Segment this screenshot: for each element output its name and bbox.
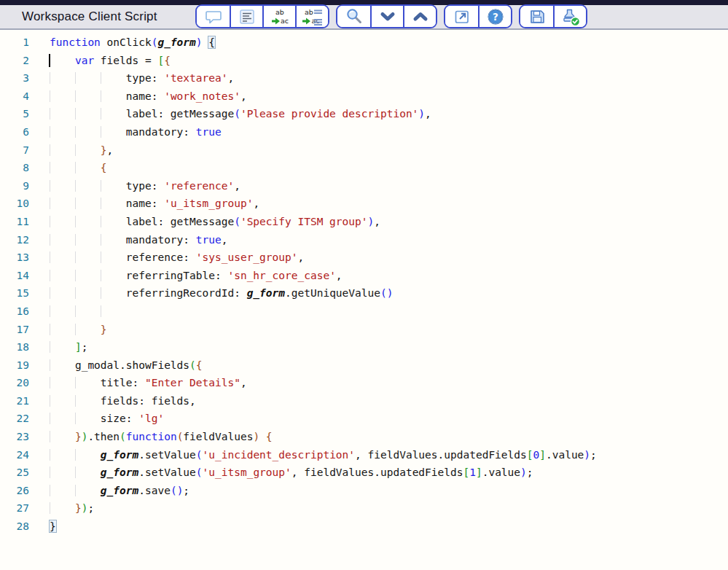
code-line-text[interactable]: reference: 'sys_user_group', (50, 249, 304, 267)
code-line-text[interactable]: fields: fields, (50, 392, 196, 410)
chevron-down-icon (378, 7, 397, 26)
line-number: 2 (0, 52, 29, 70)
replace-all-button[interactable]: ab ac (295, 6, 328, 27)
line-number: 21 (0, 392, 29, 410)
code-line[interactable]: 15 referringRecordId: g_form.getUniqueVa… (0, 284, 728, 302)
code-line-text[interactable]: g_modal.showFields({ (50, 356, 203, 375)
toolbar-group-search (336, 4, 437, 28)
page-title: Workspace Client Script (22, 5, 157, 28)
code-line[interactable]: 16 (0, 302, 728, 321)
code-line-text[interactable]: label: getMessage('Please provide descri… (50, 105, 431, 123)
save-button[interactable] (520, 6, 553, 27)
code-line-text[interactable]: } (50, 321, 107, 339)
toolbar-group-save (519, 4, 587, 28)
code-line-text[interactable]: var fields = [{ (50, 52, 171, 70)
line-number: 1 (0, 34, 29, 52)
code-line-text[interactable]: ]; (50, 338, 87, 356)
line-number: 16 (0, 302, 29, 321)
svg-text:ab: ab (275, 8, 284, 16)
code-line-text[interactable]: function onClick(g_form) { (50, 34, 215, 52)
code-line[interactable]: 28} (0, 518, 728, 536)
line-number: 24 (0, 446, 29, 464)
code-line[interactable]: 20 title: "Enter Details", (0, 374, 728, 392)
code-line-text[interactable]: title: "Enter Details", (50, 374, 247, 392)
line-number: 11 (0, 213, 29, 231)
code-line[interactable]: 7 }, (0, 141, 728, 160)
line-number: 25 (0, 464, 29, 482)
code-line[interactable]: 23 }).then(function(fieldValues) { (0, 428, 728, 446)
code-line-text[interactable]: mandatory: true, (50, 231, 227, 249)
code-line[interactable]: 10 name: 'u_itsm_group', (0, 195, 728, 213)
format-code-button[interactable] (230, 6, 262, 27)
code-line[interactable]: 1function onClick(g_form) { (0, 34, 728, 52)
line-number: 6 (0, 123, 29, 141)
line-number: 5 (0, 105, 29, 123)
code-line[interactable]: 25 g_form.setValue('u_itsm_group', field… (0, 464, 728, 482)
code-line[interactable]: 12 mandatory: true, (0, 231, 728, 249)
code-line-text[interactable]: referringTable: 'sn_hr_core_case', (50, 267, 343, 285)
code-line[interactable]: 5 label: getMessage('Please provide desc… (0, 105, 728, 123)
chevron-up-icon (411, 7, 430, 26)
search-button[interactable] (337, 6, 370, 27)
line-number: 18 (0, 338, 29, 356)
code-line-text[interactable]: g_form.setValue('u_incident_description'… (50, 446, 597, 464)
line-number: 26 (0, 482, 29, 500)
comment-button[interactable] (197, 6, 230, 27)
line-number: 7 (0, 141, 29, 160)
code-line[interactable]: 18 ]; (0, 338, 728, 356)
code-line-text[interactable]: label: getMessage('Specify ITSM group'), (50, 213, 380, 231)
line-number: 13 (0, 249, 29, 267)
code-line-text[interactable]: }, (50, 141, 113, 160)
code-line-text[interactable]: g_form.save(); (50, 482, 189, 500)
code-line-text[interactable]: g_form.setValue('u_itsm_group', fieldVal… (50, 464, 533, 482)
replace-all-icon: ab ac (302, 7, 324, 26)
find-previous-button[interactable] (403, 6, 436, 27)
line-number: 23 (0, 428, 29, 446)
code-editor[interactable]: 1function onClick(g_form) {2 var fields … (0, 30, 728, 536)
code-line[interactable]: 14 referringTable: 'sn_hr_core_case', (0, 267, 728, 285)
line-number: 17 (0, 321, 29, 339)
open-in-new-window-button[interactable] (445, 6, 478, 27)
code-line-text[interactable]: type: 'textarea', (50, 69, 234, 87)
code-line[interactable]: 17 } (0, 321, 728, 339)
code-line[interactable]: 22 size: 'lg' (0, 410, 728, 428)
line-number: 14 (0, 267, 29, 285)
code-line-text[interactable]: name: 'work_notes', (50, 87, 247, 106)
code-line-text[interactable]: }); (50, 499, 94, 518)
code-line[interactable]: 24 g_form.setValue('u_incident_descripti… (0, 446, 728, 464)
code-line-text[interactable]: { (50, 159, 107, 177)
code-line[interactable]: 26 g_form.save(); (0, 482, 728, 500)
code-line[interactable]: 3 type: 'textarea', (0, 69, 728, 87)
line-number: 28 (0, 518, 29, 536)
find-next-button[interactable] (370, 6, 403, 27)
syntax-check-button[interactable] (553, 6, 586, 27)
code-line-text[interactable] (50, 302, 126, 321)
code-line[interactable]: 6 mandatory: true (0, 123, 728, 141)
code-line-text[interactable]: referringRecordId: g_form.getUniqueValue… (50, 284, 393, 302)
code-line-text[interactable]: type: 'reference', (50, 177, 240, 195)
line-number: 19 (0, 356, 29, 375)
replace-button[interactable]: ab ac (262, 6, 295, 27)
code-line-text[interactable]: mandatory: true (50, 123, 222, 141)
help-button[interactable]: ? (478, 6, 511, 27)
line-number: 20 (0, 374, 29, 392)
code-line-text[interactable]: name: 'u_itsm_group', (50, 195, 259, 213)
code-line[interactable]: 9 type: 'reference', (0, 177, 728, 195)
editor-toolbar: ab ac ab ac (195, 4, 587, 28)
code-line[interactable]: 2 var fields = [{ (0, 52, 728, 70)
line-number: 27 (0, 499, 29, 518)
code-line-text[interactable]: }).then(function(fieldValues) { (50, 428, 273, 446)
help-icon: ? (486, 7, 505, 26)
code-line[interactable]: 4 name: 'work_notes', (0, 87, 728, 106)
line-number: 9 (0, 177, 29, 195)
code-line-text[interactable]: } (50, 518, 56, 536)
line-number: 3 (0, 69, 29, 87)
code-line-text[interactable]: size: 'lg' (50, 410, 164, 428)
code-line[interactable]: 8 { (0, 159, 728, 177)
code-line[interactable]: 11 label: getMessage('Specify ITSM group… (0, 213, 728, 231)
code-line[interactable]: 21 fields: fields, (0, 392, 728, 410)
code-line[interactable]: 27 }); (0, 499, 728, 518)
code-line[interactable]: 13 reference: 'sys_user_group', (0, 249, 728, 267)
line-number: 22 (0, 410, 29, 428)
code-line[interactable]: 19 g_modal.showFields({ (0, 356, 728, 375)
